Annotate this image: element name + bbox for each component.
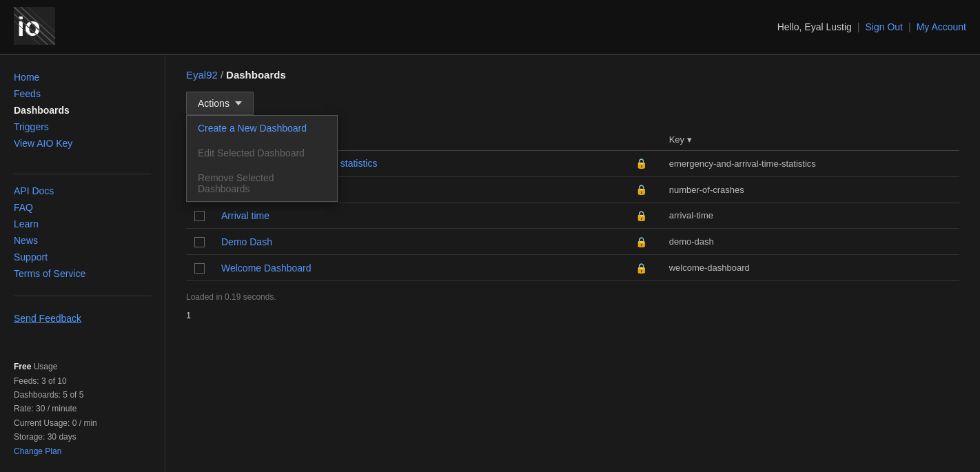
table-row: Demo Dash🔒demo-dash — [186, 229, 959, 255]
breadcrumb: Eyal92 / Dashboards — [186, 69, 959, 81]
usage-rate: Rate: 30 / minute — [14, 404, 76, 413]
row-checkbox[interactable] — [194, 263, 205, 274]
actions-remove-selected: Remove Selected Dashboards — [187, 165, 337, 201]
send-feedback-link[interactable]: Send Feedback — [14, 313, 151, 324]
separator-2: | — [908, 21, 911, 32]
sidebar-divider-1 — [14, 174, 151, 174]
actions-button[interactable]: Actions — [186, 92, 254, 115]
sidebar-spacer — [14, 332, 151, 354]
row-checkbox[interactable] — [194, 211, 205, 221]
lock-icon: 🔒 — [635, 158, 647, 169]
my-account-link[interactable]: My Account — [917, 21, 966, 32]
sidebar-divider-2 — [14, 296, 151, 296]
sidebar-item-terms-of-service[interactable]: Terms of Service — [14, 265, 151, 282]
actions-create-new[interactable]: Create a New Dashboard — [187, 116, 337, 141]
separator-1: | — [857, 21, 860, 32]
actions-caret-icon — [235, 101, 242, 105]
dashboard-key: welcome-dashboard — [661, 255, 959, 281]
dashboard-key: emergency-and-arrival-time-statistics — [661, 151, 959, 177]
sidebar-item-home[interactable]: Home — [14, 69, 151, 85]
breadcrumb-current: Dashboards — [226, 69, 286, 81]
change-plan-link[interactable]: Change Plan — [14, 447, 61, 456]
dashboard-key: arrival-time — [661, 203, 959, 229]
usage-feeds: Feeds: 3 of 10 — [14, 376, 67, 386]
table-row: Arrival time🔒arrival-time — [186, 203, 959, 229]
dashboard-key: demo-dash — [661, 229, 959, 255]
sidebar: Home Feeds Dashboards Triggers View AIO … — [0, 55, 165, 472]
dashboard-name-link[interactable]: Demo Dash — [221, 236, 272, 247]
row-checkbox[interactable] — [194, 237, 205, 247]
sidebar-item-learn[interactable]: Learn — [14, 216, 151, 232]
dashboard-key: number-of-crashes — [661, 176, 959, 203]
layout: Home Feeds Dashboards Triggers View AIO … — [0, 55, 980, 472]
sidebar-item-dashboards: Dashboards — [14, 102, 151, 119]
sidebar-item-view-aio-key[interactable]: View AIO Key — [14, 135, 151, 152]
lock-icon: 🔒 — [635, 236, 647, 247]
lock-icon: 🔒 — [635, 184, 647, 195]
actions-wrapper: Actions Create a New Dashboard Edit Sele… — [186, 92, 254, 115]
sidebar-nav: Home Feeds Dashboards Triggers View AIO … — [14, 69, 151, 152]
usage-dashboards: Dashboards: 5 of 5 — [14, 390, 83, 400]
dashboard-name-link[interactable]: Arrival time — [221, 210, 269, 221]
header-right: Hello, Eyal Lustig | Sign Out | My Accou… — [777, 21, 966, 32]
breadcrumb-separator: / — [221, 69, 223, 81]
usage-storage: Storage: 30 days — [14, 432, 76, 442]
dashboard-name-link[interactable]: Welcome Dashboard — [221, 263, 311, 274]
sidebar-item-support[interactable]: Support — [14, 249, 151, 265]
table-row: Welcome Dashboard🔒welcome-dashboard — [186, 255, 959, 281]
sidebar-item-faq[interactable]: FAQ — [14, 199, 151, 216]
actions-button-label: Actions — [198, 98, 229, 109]
sidebar-item-triggers[interactable]: Triggers — [14, 119, 151, 135]
usage-current: Current Usage: 0 / min — [14, 418, 97, 428]
actions-edit-selected: Edit Selected Dashboard — [187, 141, 337, 165]
sidebar-item-api-docs[interactable]: API Docs — [14, 183, 151, 199]
greeting-text: Hello, Eyal Lustig — [777, 21, 852, 32]
actions-dropdown: Create a New Dashboard Edit Selected Das… — [186, 115, 338, 202]
usage-info: Free Usage Feeds: 3 of 10 Dashboards: 5 … — [14, 360, 151, 458]
usage-plan-label: Free — [14, 362, 31, 371]
col-header-privacy — [622, 129, 660, 151]
sidebar-resources: API Docs FAQ Learn News Support Terms of… — [14, 183, 151, 282]
main-content: Eyal92 / Dashboards Actions Create a New… — [165, 55, 980, 472]
loaded-text: Loaded in 0.19 seconds. — [186, 292, 959, 302]
col-header-key[interactable]: Key ▾ — [661, 129, 959, 151]
breadcrumb-user-link[interactable]: Eyal92 — [186, 69, 218, 81]
pagination[interactable]: 1 — [186, 310, 959, 320]
lock-icon: 🔒 — [635, 263, 647, 274]
lock-icon: 🔒 — [635, 210, 647, 221]
sidebar-item-feeds[interactable]: Feeds — [14, 85, 151, 102]
logo: io — [14, 7, 55, 47]
sign-out-link[interactable]: Sign Out — [866, 21, 903, 32]
sidebar-item-news[interactable]: News — [14, 232, 151, 249]
usage-label: Usage — [34, 362, 58, 371]
header: io Hello, Eyal Lustig | Sign Out | My Ac… — [0, 0, 980, 55]
